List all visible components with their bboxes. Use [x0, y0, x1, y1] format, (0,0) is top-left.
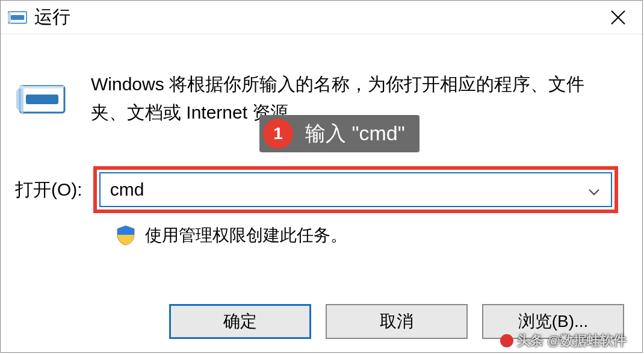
annotation-text: 输入 "cmd" [305, 120, 405, 148]
dialog-body: Windows 将根据你所输入的名称，为你打开相应的程序、文件夹、文档或 Int… [1, 34, 642, 247]
run-dialog: 运行 Windows 将根据你所输入的名称，为你打开相应的程序、文件夹、文档或 … [0, 0, 643, 353]
open-row: 打开(O): cmd [15, 166, 618, 213]
shield-icon [115, 225, 137, 246]
window-title: 运行 [34, 5, 601, 30]
open-combobox[interactable]: cmd [99, 172, 612, 207]
open-input-value: cmd [110, 179, 144, 200]
svg-rect-5 [26, 95, 58, 104]
ok-button[interactable]: 确定 [169, 304, 311, 339]
run-dialog-icon [8, 9, 27, 26]
run-large-icon [15, 78, 69, 120]
admin-note-row: 使用管理权限创建此任务。 [115, 224, 618, 247]
titlebar: 运行 [1, 1, 642, 34]
annotation-badge: 1 [263, 119, 293, 149]
close-button[interactable] [601, 1, 635, 34]
admin-note-text: 使用管理权限创建此任务。 [145, 224, 347, 247]
watermark-text: 头条 @数据蛙软件 [517, 332, 627, 350]
browse-button-label: 浏览(B)... [518, 310, 589, 333]
watermark-logo-icon [500, 334, 513, 347]
open-label: 打开(O): [15, 178, 82, 202]
chevron-down-icon[interactable] [588, 179, 600, 200]
input-highlight-frame: cmd [93, 166, 618, 213]
cancel-button-label: 取消 [380, 310, 413, 333]
cancel-button[interactable]: 取消 [326, 304, 468, 339]
watermark: 头条 @数据蛙软件 [500, 332, 627, 350]
annotation-callout: 1 输入 "cmd" [259, 115, 420, 152]
close-icon [610, 10, 626, 25]
svg-rect-1 [11, 15, 24, 20]
ok-button-label: 确定 [223, 310, 257, 333]
